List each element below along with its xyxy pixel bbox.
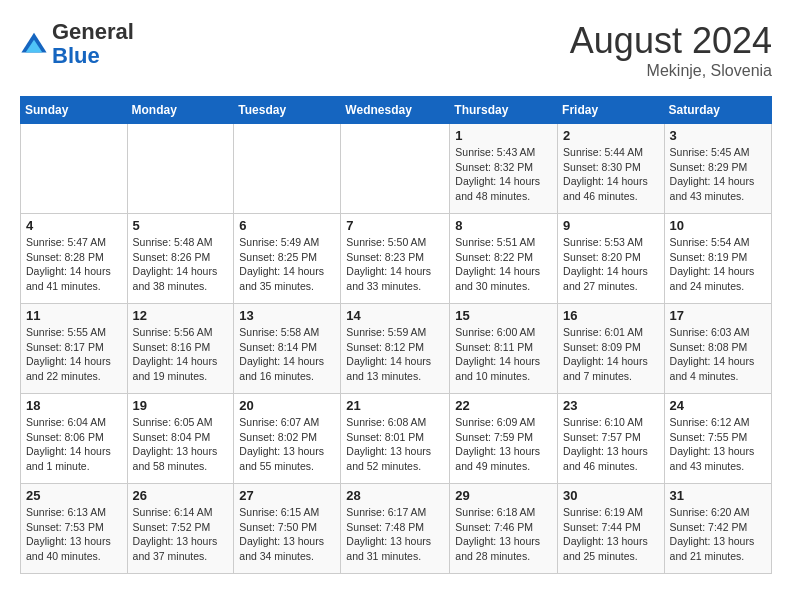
day-number: 1 <box>455 128 552 143</box>
day-number: 31 <box>670 488 766 503</box>
calendar-cell: 22Sunrise: 6:09 AMSunset: 7:59 PMDayligh… <box>450 394 558 484</box>
day-info: Sunrise: 6:13 AMSunset: 7:53 PMDaylight:… <box>26 505 122 564</box>
day-number: 14 <box>346 308 444 323</box>
day-info: Sunrise: 6:01 AMSunset: 8:09 PMDaylight:… <box>563 325 659 384</box>
week-row-1: 1Sunrise: 5:43 AMSunset: 8:32 PMDaylight… <box>21 124 772 214</box>
day-number: 4 <box>26 218 122 233</box>
day-number: 20 <box>239 398 335 413</box>
day-number: 23 <box>563 398 659 413</box>
day-number: 24 <box>670 398 766 413</box>
day-info: Sunrise: 6:08 AMSunset: 8:01 PMDaylight:… <box>346 415 444 474</box>
calendar-cell: 7Sunrise: 5:50 AMSunset: 8:23 PMDaylight… <box>341 214 450 304</box>
calendar-cell: 2Sunrise: 5:44 AMSunset: 8:30 PMDaylight… <box>558 124 665 214</box>
day-number: 10 <box>670 218 766 233</box>
day-number: 6 <box>239 218 335 233</box>
calendar-cell: 12Sunrise: 5:56 AMSunset: 8:16 PMDayligh… <box>127 304 234 394</box>
calendar-table: SundayMondayTuesdayWednesdayThursdayFrid… <box>20 96 772 574</box>
day-info: Sunrise: 5:59 AMSunset: 8:12 PMDaylight:… <box>346 325 444 384</box>
day-info: Sunrise: 6:20 AMSunset: 7:42 PMDaylight:… <box>670 505 766 564</box>
day-info: Sunrise: 6:05 AMSunset: 8:04 PMDaylight:… <box>133 415 229 474</box>
logo-icon <box>20 30 48 58</box>
day-number: 25 <box>26 488 122 503</box>
title-area: August 2024 Mekinje, Slovenia <box>570 20 772 80</box>
month-year: August 2024 <box>570 20 772 62</box>
day-info: Sunrise: 6:03 AMSunset: 8:08 PMDaylight:… <box>670 325 766 384</box>
day-number: 27 <box>239 488 335 503</box>
day-info: Sunrise: 6:10 AMSunset: 7:57 PMDaylight:… <box>563 415 659 474</box>
day-info: Sunrise: 6:18 AMSunset: 7:46 PMDaylight:… <box>455 505 552 564</box>
calendar-cell: 16Sunrise: 6:01 AMSunset: 8:09 PMDayligh… <box>558 304 665 394</box>
calendar-cell <box>21 124 128 214</box>
day-number: 29 <box>455 488 552 503</box>
calendar-cell: 11Sunrise: 5:55 AMSunset: 8:17 PMDayligh… <box>21 304 128 394</box>
calendar-cell: 4Sunrise: 5:47 AMSunset: 8:28 PMDaylight… <box>21 214 128 304</box>
week-row-4: 18Sunrise: 6:04 AMSunset: 8:06 PMDayligh… <box>21 394 772 484</box>
calendar-cell: 1Sunrise: 5:43 AMSunset: 8:32 PMDaylight… <box>450 124 558 214</box>
day-info: Sunrise: 5:53 AMSunset: 8:20 PMDaylight:… <box>563 235 659 294</box>
calendar-cell: 25Sunrise: 6:13 AMSunset: 7:53 PMDayligh… <box>21 484 128 574</box>
calendar-cell <box>127 124 234 214</box>
calendar-cell: 27Sunrise: 6:15 AMSunset: 7:50 PMDayligh… <box>234 484 341 574</box>
weekday-header-sunday: Sunday <box>21 97 128 124</box>
day-number: 21 <box>346 398 444 413</box>
calendar-cell: 17Sunrise: 6:03 AMSunset: 8:08 PMDayligh… <box>664 304 771 394</box>
day-info: Sunrise: 5:45 AMSunset: 8:29 PMDaylight:… <box>670 145 766 204</box>
calendar-cell: 15Sunrise: 6:00 AMSunset: 8:11 PMDayligh… <box>450 304 558 394</box>
week-row-5: 25Sunrise: 6:13 AMSunset: 7:53 PMDayligh… <box>21 484 772 574</box>
day-number: 26 <box>133 488 229 503</box>
day-info: Sunrise: 6:04 AMSunset: 8:06 PMDaylight:… <box>26 415 122 474</box>
calendar-body: 1Sunrise: 5:43 AMSunset: 8:32 PMDaylight… <box>21 124 772 574</box>
calendar-cell: 23Sunrise: 6:10 AMSunset: 7:57 PMDayligh… <box>558 394 665 484</box>
day-number: 3 <box>670 128 766 143</box>
header: General Blue August 2024 Mekinje, Sloven… <box>20 20 772 80</box>
calendar-cell: 18Sunrise: 6:04 AMSunset: 8:06 PMDayligh… <box>21 394 128 484</box>
day-number: 30 <box>563 488 659 503</box>
day-number: 13 <box>239 308 335 323</box>
day-info: Sunrise: 6:15 AMSunset: 7:50 PMDaylight:… <box>239 505 335 564</box>
day-info: Sunrise: 5:47 AMSunset: 8:28 PMDaylight:… <box>26 235 122 294</box>
day-number: 22 <box>455 398 552 413</box>
calendar-cell: 9Sunrise: 5:53 AMSunset: 8:20 PMDaylight… <box>558 214 665 304</box>
location: Mekinje, Slovenia <box>570 62 772 80</box>
day-info: Sunrise: 5:51 AMSunset: 8:22 PMDaylight:… <box>455 235 552 294</box>
day-info: Sunrise: 6:17 AMSunset: 7:48 PMDaylight:… <box>346 505 444 564</box>
weekday-header-tuesday: Tuesday <box>234 97 341 124</box>
day-info: Sunrise: 5:49 AMSunset: 8:25 PMDaylight:… <box>239 235 335 294</box>
calendar-cell <box>234 124 341 214</box>
calendar-cell: 21Sunrise: 6:08 AMSunset: 8:01 PMDayligh… <box>341 394 450 484</box>
calendar-cell: 14Sunrise: 5:59 AMSunset: 8:12 PMDayligh… <box>341 304 450 394</box>
day-number: 8 <box>455 218 552 233</box>
weekday-header-wednesday: Wednesday <box>341 97 450 124</box>
calendar-cell: 6Sunrise: 5:49 AMSunset: 8:25 PMDaylight… <box>234 214 341 304</box>
calendar-cell: 10Sunrise: 5:54 AMSunset: 8:19 PMDayligh… <box>664 214 771 304</box>
day-info: Sunrise: 5:50 AMSunset: 8:23 PMDaylight:… <box>346 235 444 294</box>
day-number: 2 <box>563 128 659 143</box>
day-info: Sunrise: 6:00 AMSunset: 8:11 PMDaylight:… <box>455 325 552 384</box>
day-number: 17 <box>670 308 766 323</box>
calendar-cell: 31Sunrise: 6:20 AMSunset: 7:42 PMDayligh… <box>664 484 771 574</box>
logo-blue: Blue <box>52 43 100 68</box>
day-number: 19 <box>133 398 229 413</box>
day-info: Sunrise: 6:14 AMSunset: 7:52 PMDaylight:… <box>133 505 229 564</box>
day-info: Sunrise: 5:56 AMSunset: 8:16 PMDaylight:… <box>133 325 229 384</box>
calendar-cell: 24Sunrise: 6:12 AMSunset: 7:55 PMDayligh… <box>664 394 771 484</box>
week-row-3: 11Sunrise: 5:55 AMSunset: 8:17 PMDayligh… <box>21 304 772 394</box>
day-number: 9 <box>563 218 659 233</box>
calendar-cell: 19Sunrise: 6:05 AMSunset: 8:04 PMDayligh… <box>127 394 234 484</box>
week-row-2: 4Sunrise: 5:47 AMSunset: 8:28 PMDaylight… <box>21 214 772 304</box>
logo-general: General <box>52 19 134 44</box>
calendar-cell: 30Sunrise: 6:19 AMSunset: 7:44 PMDayligh… <box>558 484 665 574</box>
calendar-cell <box>341 124 450 214</box>
day-number: 5 <box>133 218 229 233</box>
calendar-cell: 26Sunrise: 6:14 AMSunset: 7:52 PMDayligh… <box>127 484 234 574</box>
day-info: Sunrise: 6:12 AMSunset: 7:55 PMDaylight:… <box>670 415 766 474</box>
day-number: 11 <box>26 308 122 323</box>
day-number: 12 <box>133 308 229 323</box>
day-number: 15 <box>455 308 552 323</box>
calendar-cell: 20Sunrise: 6:07 AMSunset: 8:02 PMDayligh… <box>234 394 341 484</box>
day-info: Sunrise: 5:58 AMSunset: 8:14 PMDaylight:… <box>239 325 335 384</box>
weekday-header-row: SundayMondayTuesdayWednesdayThursdayFrid… <box>21 97 772 124</box>
day-number: 16 <box>563 308 659 323</box>
logo: General Blue <box>20 20 134 68</box>
calendar-cell: 13Sunrise: 5:58 AMSunset: 8:14 PMDayligh… <box>234 304 341 394</box>
